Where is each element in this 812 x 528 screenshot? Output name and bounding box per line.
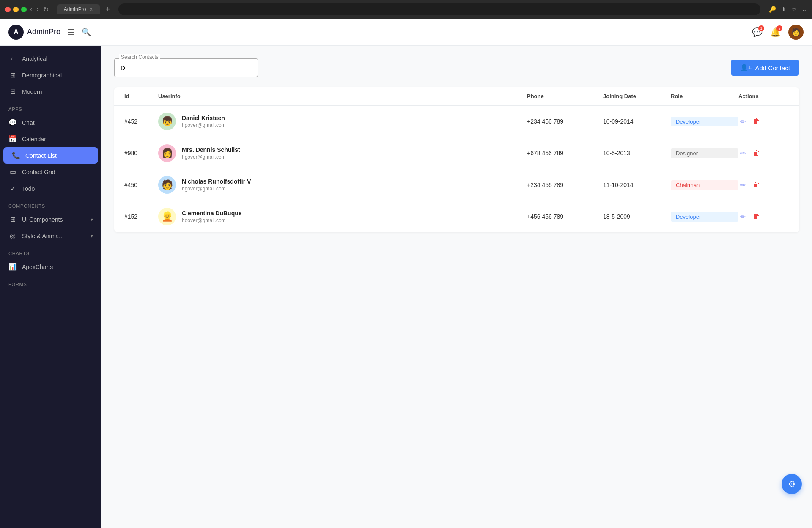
sidebar-item-calendar[interactable]: 📅 Calendar [0, 131, 102, 147]
edit-button[interactable]: ✏ [738, 116, 747, 127]
sidebar-item-chat[interactable]: 💬 Chat [0, 114, 102, 131]
chevron-down-icon: ▾ [91, 217, 93, 223]
sidebar-item-label: Ui Components [22, 216, 63, 223]
todo-icon: ✓ [8, 184, 17, 192]
edit-button[interactable]: ✏ [738, 179, 747, 191]
sidebar: ○ Analytical ⊞ Demographical ⊟ Modern Ap… [0, 46, 102, 528]
sidebar-item-label: Todo [22, 185, 35, 192]
row-id: #152 [124, 213, 158, 220]
user-email: hgover@gmail.com [182, 186, 251, 192]
actions-cell: ✏ 🗑 [738, 148, 789, 159]
dot-red[interactable] [5, 7, 11, 12]
user-name: Clementina DuBuque [182, 210, 242, 217]
style-icon: ◎ [8, 232, 17, 240]
user-avatar[interactable]: 🧑 [788, 25, 804, 40]
user-name: Daniel Kristeen [182, 115, 226, 121]
chat-icon: 💬 [8, 118, 17, 126]
sidebar-item-contact-grid[interactable]: ▭ Contact Grid [0, 164, 102, 180]
new-tab-icon[interactable]: + [106, 5, 110, 14]
user-details: Clementina DuBuque hgover@gmail.com [182, 210, 242, 223]
user-info: 👦 Daniel Kristeen hgover@gmail.com [158, 113, 527, 130]
search-contacts-wrapper: Search Contacts [114, 58, 258, 77]
delete-button[interactable]: 🗑 [752, 116, 762, 127]
user-info: 👱 Clementina DuBuque hgover@gmail.com [158, 208, 527, 226]
delete-button[interactable]: 🗑 [752, 211, 762, 222]
search-input[interactable] [114, 58, 258, 77]
ui-components-icon: ⊞ [8, 215, 17, 223]
back-icon[interactable]: ‹ [30, 6, 32, 14]
demographical-icon: ⊞ [8, 71, 17, 79]
sidebar-item-demographical[interactable]: ⊞ Demographical [0, 67, 102, 83]
user-phone: +234 456 789 [527, 182, 603, 188]
tab-close-icon[interactable]: × [89, 6, 93, 13]
user-info: 🧑 Nicholas Runolfsdottir V hgover@gmail.… [158, 176, 527, 194]
user-phone: +678 456 789 [527, 150, 603, 157]
table-row: #980 👩 Mrs. Dennis Schulist hgover@gmail… [114, 138, 799, 169]
fab-settings-button[interactable]: ⚙ [782, 474, 802, 494]
table-row: #152 👱 Clementina DuBuque hgover@gmail.c… [114, 201, 799, 232]
user-avatar-2: 👩 [158, 144, 176, 162]
chat-notification-button[interactable]: 💬 1 [752, 27, 763, 37]
modern-icon: ⊟ [8, 88, 17, 96]
browser-tab[interactable]: AdminPro × [57, 4, 100, 14]
sidebar-item-ui-components[interactable]: ⊞ Ui Components ▾ [0, 211, 102, 228]
forward-icon[interactable]: › [36, 6, 38, 14]
edit-button[interactable]: ✏ [738, 148, 747, 159]
bell-notification-button[interactable]: 🔔 2 [770, 27, 781, 37]
table-row: #452 👦 Daniel Kristeen hgover@gmail.com … [114, 106, 799, 138]
contact-list-icon: 📞 [12, 151, 20, 160]
contacts-table: Id UserInfo Phone Joining Date Role Acti… [114, 87, 799, 232]
logo-bold: Admin [27, 28, 49, 36]
table-row: #450 🧑 Nicholas Runolfsdottir V hgover@g… [114, 169, 799, 201]
delete-button[interactable]: 🗑 [752, 148, 762, 159]
address-bar[interactable] [118, 3, 760, 15]
hamburger-button[interactable]: ☰ [67, 27, 75, 37]
user-details: Nicholas Runolfsdottir V hgover@gmail.co… [182, 178, 251, 192]
row-id: #980 [124, 150, 158, 157]
sidebar-item-apexcharts[interactable]: 📊 ApexCharts [0, 258, 102, 275]
forms-section-label: Forms [0, 275, 102, 289]
sidebar-item-label: Analytical [22, 55, 47, 62]
search-button[interactable]: 🔍 [82, 28, 91, 37]
sidebar-item-label: Contact List [25, 152, 57, 159]
bookmark-icon[interactable]: ☆ [791, 6, 797, 13]
browser-chrome: ‹ › ↻ AdminPro × + 🔑 ⬆ ☆ ⌄ [0, 0, 812, 19]
user-details: Mrs. Dennis Schulist hgover@gmail.com [182, 146, 240, 160]
dot-green[interactable] [21, 7, 27, 12]
chevron-down-icon: ▾ [91, 233, 93, 239]
logo: A AdminPro [8, 25, 60, 40]
col-phone: Phone [527, 93, 603, 99]
dot-yellow[interactable] [13, 7, 19, 12]
gear-icon: ⚙ [788, 479, 796, 489]
sidebar-item-label: ApexCharts [22, 264, 53, 270]
delete-button[interactable]: 🗑 [752, 179, 762, 190]
edit-button[interactable]: ✏ [738, 211, 747, 223]
user-phone: +234 456 789 [527, 118, 603, 125]
add-contact-button[interactable]: 👤+ Add Contact [731, 60, 799, 76]
sidebar-item-contact-list[interactable]: 📞 Contact List [3, 147, 98, 164]
logo-text: AdminPro [27, 28, 60, 36]
share-icon[interactable]: ⬆ [781, 6, 786, 13]
maximize-icon[interactable]: ⌄ [802, 6, 807, 13]
sidebar-item-analytical[interactable]: ○ Analytical [0, 51, 102, 67]
logo-letter: A [14, 28, 19, 36]
sidebar-item-style-anima[interactable]: ◎ Style & Anima... ▾ [0, 228, 102, 244]
joining-date: 10-5-2013 [603, 150, 671, 157]
user-avatar-4: 👱 [158, 208, 176, 226]
user-avatar-1: 👦 [158, 113, 176, 130]
table-header: Id UserInfo Phone Joining Date Role Acti… [114, 87, 799, 106]
sidebar-item-label: Style & Anima... [22, 233, 64, 239]
search-icon: 🔍 [82, 28, 91, 36]
logo-light: Pro [49, 28, 60, 36]
app-layout: ○ Analytical ⊞ Demographical ⊟ Modern Ap… [0, 46, 812, 528]
contact-grid-icon: ▭ [8, 168, 17, 176]
charts-section-label: Charts [0, 244, 102, 258]
user-avatar-3: 🧑 [158, 176, 176, 194]
user-details: Daniel Kristeen hgover@gmail.com [182, 115, 226, 128]
browser-nav: ‹ › ↻ [30, 6, 49, 14]
apexcharts-icon: 📊 [8, 263, 17, 271]
sidebar-item-todo[interactable]: ✓ Todo [0, 180, 102, 197]
sidebar-item-modern[interactable]: ⊟ Modern [0, 83, 102, 100]
joining-date: 10-09-2014 [603, 118, 671, 125]
reload-icon[interactable]: ↻ [43, 6, 49, 14]
